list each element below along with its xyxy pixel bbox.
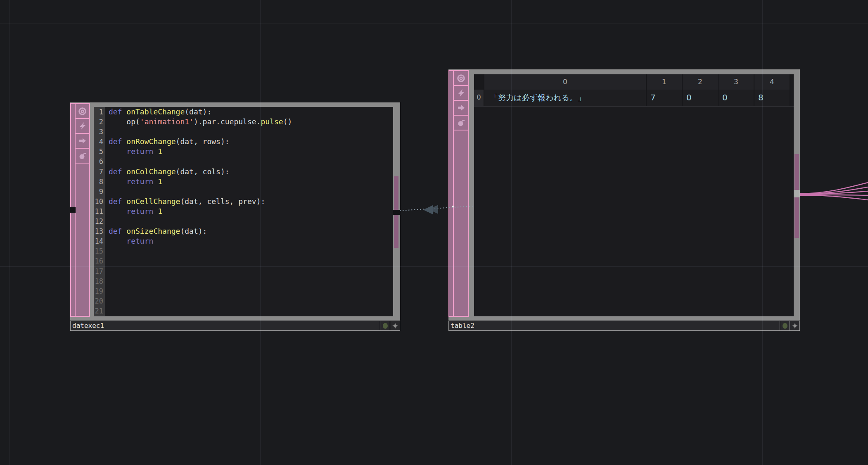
network-editor-background[interactable]: { "left_node": { "name": "datexec1", "co… xyxy=(0,0,868,465)
line-number: 21 xyxy=(94,306,105,316)
code-line: 9 xyxy=(94,187,393,197)
output-connector-bar[interactable] xyxy=(794,154,799,190)
column-header[interactable]: 0 xyxy=(484,74,647,90)
column-header[interactable]: 1 xyxy=(647,74,683,90)
bullseye-icon xyxy=(78,107,87,116)
code-line: 11 return 1 xyxy=(94,206,393,216)
code-text xyxy=(105,276,109,286)
line-number: 20 xyxy=(94,296,105,306)
arrow-right-flag-button[interactable] xyxy=(453,101,468,116)
output-connector-bar[interactable] xyxy=(394,176,398,210)
line-number: 15 xyxy=(94,246,105,256)
column-header[interactable]: 2 xyxy=(683,74,719,90)
table-header-row: 01234 xyxy=(474,74,794,90)
output-wire xyxy=(800,191,868,195)
code-text: def onColChange(dat, cols): xyxy=(105,167,230,177)
table-corner-cell xyxy=(474,74,484,90)
node-body: 1def onTableChange(dat):2 op('animation1… xyxy=(70,102,400,320)
code-line: 8 return 1 xyxy=(94,177,393,187)
code-text: return xyxy=(105,236,153,246)
line-number: 8 xyxy=(94,177,105,187)
line-number: 16 xyxy=(94,256,105,266)
code-text xyxy=(105,246,109,256)
line-number: 9 xyxy=(94,187,105,197)
node-name-bar: datexec1 xyxy=(70,320,400,331)
viewer-state-button[interactable] xyxy=(380,321,390,330)
code-text: return 1 xyxy=(105,177,162,187)
input-connector[interactable] xyxy=(70,207,76,213)
line-number: 1 xyxy=(94,107,105,117)
bomb-icon xyxy=(457,118,466,127)
table-row: 0「努力は必ず報われる。」7008 xyxy=(474,90,794,107)
line-number: 4 xyxy=(94,137,105,147)
code-line: 3 xyxy=(94,127,393,137)
line-number: 6 xyxy=(94,157,105,166)
table-cell[interactable]: 0 xyxy=(719,90,754,106)
code-text: def onRowChange(dat, rows): xyxy=(105,137,230,147)
bullseye-icon xyxy=(456,74,466,83)
table-cell[interactable]: 7 xyxy=(647,90,683,106)
lightning-flag-button[interactable] xyxy=(75,119,89,134)
expand-viewer-button[interactable] xyxy=(390,321,400,330)
code-line: 6 xyxy=(94,157,393,166)
lightning-flag-button[interactable] xyxy=(453,86,468,101)
code-text: def onSizeChange(dat): xyxy=(105,226,207,236)
code-line: 19 xyxy=(94,286,393,296)
output-connector-bar[interactable] xyxy=(394,215,398,248)
row-index-cell: 0 xyxy=(474,90,484,106)
line-number: 18 xyxy=(94,276,105,286)
code-text xyxy=(105,266,109,276)
table-cell[interactable]: 「努力は必ず報われる。」 xyxy=(484,90,647,106)
code-line: 12 xyxy=(94,216,393,226)
column-header[interactable]: 4 xyxy=(754,74,790,90)
arrow-right-icon xyxy=(78,136,87,145)
grid-line xyxy=(9,0,9,465)
output-connector-bar[interactable] xyxy=(794,197,799,238)
dat-code-viewer: 1def onTableChange(dat):2 op('animation1… xyxy=(94,107,393,316)
arrow-right-icon xyxy=(457,103,466,112)
code-line: 10def onCellChange(dat, cells, prev): xyxy=(94,197,393,206)
code-text xyxy=(105,286,109,296)
node-body: 01234 0「努力は必ず報われる。」7008 xyxy=(448,69,800,320)
output-wire xyxy=(800,187,868,194)
code-line: 7def onColChange(dat, cols): xyxy=(94,167,393,177)
bomb-flag-button[interactable] xyxy=(75,149,89,164)
bomb-flag-button[interactable] xyxy=(453,116,468,130)
output-connector[interactable] xyxy=(393,210,400,215)
node-name-bar: table2 xyxy=(448,320,800,331)
code-line: 15 xyxy=(94,246,393,256)
code-text xyxy=(105,306,109,316)
table-cell[interactable]: 0 xyxy=(683,90,719,106)
bullseye-flag-button[interactable] xyxy=(453,71,468,86)
grid-line xyxy=(0,24,868,24)
code-text xyxy=(105,157,109,166)
reference-arrow-icon xyxy=(429,205,438,214)
lightning-icon xyxy=(457,88,466,97)
code-line: 1def onTableChange(dat): xyxy=(94,107,393,117)
line-number: 13 xyxy=(94,226,105,236)
table-cell[interactable]: 8 xyxy=(754,90,790,106)
line-number: 14 xyxy=(94,236,105,246)
code-text: return 1 xyxy=(105,206,162,216)
code-text: op('animation1').par.cuepulse.pulse() xyxy=(105,117,292,127)
arrow-right-flag-button[interactable] xyxy=(75,134,89,149)
node-name-field[interactable]: table2 xyxy=(449,321,780,330)
line-number: 12 xyxy=(94,216,105,226)
line-number: 10 xyxy=(94,197,105,206)
code-text xyxy=(105,187,109,197)
code-line: 13def onSizeChange(dat): xyxy=(94,226,393,236)
node-name-field[interactable]: datexec1 xyxy=(71,321,380,330)
expand-viewer-button[interactable] xyxy=(790,321,799,330)
flag-column xyxy=(70,103,90,317)
dat-table-viewer: 01234 0「努力は必ず報われる。」7008 xyxy=(474,74,794,316)
node-datexec1[interactable]: 1def onTableChange(dat):2 op('animation1… xyxy=(70,102,400,331)
code-line: 18 xyxy=(94,276,393,286)
code-line: 4def onRowChange(dat, rows): xyxy=(94,137,393,147)
line-number: 11 xyxy=(94,206,105,216)
output-wire xyxy=(800,183,868,194)
node-table2[interactable]: 01234 0「努力は必ず報われる。」7008 table2 xyxy=(448,69,800,331)
column-header[interactable]: 3 xyxy=(719,74,754,90)
viewer-state-button[interactable] xyxy=(780,321,790,330)
bullseye-flag-button[interactable] xyxy=(75,104,89,119)
output-connector[interactable] xyxy=(794,190,800,197)
